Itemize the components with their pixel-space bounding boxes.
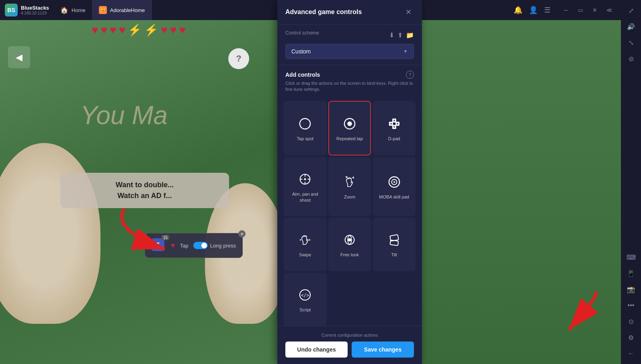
zoom-icon (341, 173, 358, 191)
top-bar-left: BS BlueStacks 4.160.10.1119 🏠 Home 🐱 Ado… (0, 0, 277, 20)
swipe-icon (296, 231, 314, 249)
zoom-label: Zoom (344, 194, 355, 200)
control-aim-pan-shoot[interactable]: Aim, pan and shoot (284, 157, 327, 216)
advanced-game-controls-panel: Advanced game controls ✕ Control scheme … (277, 0, 422, 364)
panel-close-button[interactable]: ✕ (403, 6, 414, 18)
game-tab-icon: 🐱 (99, 6, 107, 14)
control-d-pad[interactable]: D-pad (373, 101, 416, 155)
right-sidebar: ⤢ 🔊 ⤡ ⊘ ⌨ 📱 📸 ••• ⊙ ⚙ ← (621, 0, 641, 364)
d-pad-label: D-pad (388, 136, 400, 141)
game-tab[interactable]: 🐱 AdorableHome (92, 0, 152, 20)
close-button[interactable]: ✕ (589, 4, 600, 16)
svg-point-3 (347, 121, 352, 126)
save-changes-button[interactable]: Save changes (352, 342, 414, 358)
scheme-import-icon[interactable]: ⬇ (389, 31, 394, 39)
collapse-button[interactable]: ≪ (604, 4, 615, 16)
heart-7: ♥ (179, 24, 186, 37)
minimize-button[interactable]: ─ (560, 4, 571, 16)
scheme-export-icon[interactable]: ⬆ (397, 31, 403, 39)
sidebar-zoom-icon[interactable]: ⤡ (624, 35, 638, 50)
aim-pan-shoot-icon (296, 170, 314, 188)
current-config-label: Current configuration actions (285, 333, 414, 337)
script-label: Script (299, 307, 311, 313)
sidebar-back-icon[interactable]: ← (624, 346, 638, 361)
panel-title: Advanced game controls (285, 8, 362, 16)
toggle-switch[interactable] (193, 242, 208, 249)
moba-skill-pad-icon (385, 173, 403, 191)
svg-text:</>: </> (301, 292, 309, 298)
repeated-tap-icon (341, 115, 358, 133)
scheme-action-icons: ⬇ ⬆ 📁 (389, 31, 414, 39)
scheme-folder-icon[interactable]: 📁 (406, 31, 414, 39)
control-tilt[interactable]: Tilt (373, 218, 416, 271)
heart-3: ♥ (110, 24, 117, 37)
control-tap-spot[interactable]: Tap spot (284, 101, 327, 155)
tilt-icon (385, 231, 403, 249)
tilt-label: Tilt (391, 252, 397, 258)
sidebar-volume-icon[interactable]: 🔊 (624, 19, 638, 34)
svg-point-13 (304, 178, 306, 180)
tap-spot-label: Tap spot (297, 136, 314, 141)
scheme-selected-value: Custom (291, 48, 311, 55)
control-zoom[interactable]: Zoom (328, 157, 371, 216)
d-pad-icon (385, 115, 403, 133)
menu-icon[interactable]: ☰ (544, 6, 551, 14)
home-tab[interactable]: 🏠 Home (54, 0, 92, 20)
arrow-indicator-left (100, 201, 173, 257)
control-repeated-tap[interactable]: Repeated tap (328, 101, 371, 155)
add-controls-section: Add controls ? Click or drag the actions… (277, 65, 422, 101)
control-free-look[interactable]: Free look (328, 218, 371, 271)
undo-changes-button[interactable]: Undo changes (285, 342, 348, 358)
sidebar-cancel-icon[interactable]: ⊘ (624, 51, 638, 66)
bluestacks-version: 4.160.10.1119 (21, 11, 49, 15)
sidebar-device-icon[interactable]: 📱 (624, 266, 638, 280)
control-scheme-section: Control scheme ⬇ ⬆ 📁 Custom ▼ (277, 25, 422, 65)
help-icon[interactable]: ? (406, 71, 414, 79)
sidebar-keyboard-icon[interactable]: ⌨ (624, 250, 638, 264)
sidebar-screenshot-icon[interactable]: 📸 (624, 282, 638, 297)
sidebar-settings-icon[interactable]: ⚙ (624, 330, 638, 345)
controls-grid: Tap spot Repeated tap (277, 101, 422, 326)
maximize-button[interactable]: ▭ (575, 4, 586, 16)
scheme-dropdown[interactable]: Custom ▼ (285, 44, 414, 59)
scheme-header: Control scheme ⬇ ⬆ 📁 (285, 30, 414, 40)
sidebar-more-icon[interactable]: ••• (624, 298, 638, 313)
bluestacks-icon: BS (5, 4, 18, 16)
long-press-label: Long press (210, 243, 236, 249)
heart-2: ♥ (100, 24, 107, 37)
heart-6: ♥ (170, 24, 177, 37)
panel-footer: Current configuration actions Undo chang… (277, 326, 422, 364)
repeated-tap-label: Repeated tap (336, 136, 363, 141)
lightning-1: ⚡ (128, 23, 142, 37)
swipe-label: Swipe (299, 252, 311, 258)
svg-point-1 (300, 119, 310, 129)
heart-4: ♥ (119, 24, 126, 37)
notification-icon[interactable]: 🔔 (514, 6, 522, 14)
tap-widget-close[interactable]: ✕ (238, 230, 246, 237)
add-controls-description: Click or drag the actions on the screen … (285, 80, 414, 93)
cat-paw-left (0, 143, 100, 324)
free-look-label: Free look (340, 252, 359, 258)
sidebar-expand-icon[interactable]: ⤢ (624, 3, 638, 18)
control-script[interactable]: </> Script (284, 273, 327, 326)
panel-header: Advanced game controls ✕ (277, 0, 422, 25)
heart-1: ♥ (92, 24, 98, 37)
free-look-icon (341, 231, 358, 249)
toggle-knob (201, 243, 207, 248)
tap-spot-icon (296, 115, 314, 133)
back-button[interactable]: ◀ (8, 46, 30, 68)
lightning-2: ⚡ (144, 23, 158, 37)
game-tab-label: AdorableHome (110, 7, 145, 13)
account-icon[interactable]: 👤 (529, 6, 538, 14)
tap-label: Tap (180, 243, 188, 249)
control-moba-skill-pad[interactable]: MOBA skill pad (373, 157, 416, 216)
add-controls-title: Add controls (285, 72, 320, 78)
game-area: ♥ ♥ ♥ ♥ ⚡ ⚡ ♥ ♥ ♥ ◀ You Ma Want to doubl… (0, 20, 277, 364)
long-press-toggle[interactable]: Long press (193, 242, 236, 249)
question-button[interactable]: ? (228, 48, 249, 69)
bluestacks-logo: BS BlueStacks 4.160.10.1119 (0, 4, 54, 16)
sidebar-record-icon[interactable]: ⊙ (624, 314, 638, 329)
aim-pan-shoot-label: Aim, pan and shoot (287, 191, 324, 203)
control-swipe[interactable]: Swipe (284, 218, 327, 271)
bluestacks-name: BlueStacks (21, 5, 49, 11)
